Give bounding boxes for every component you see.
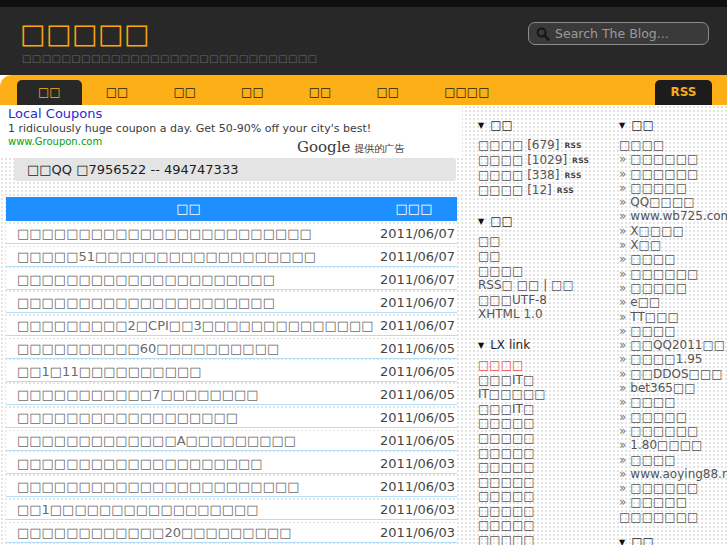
sidebar-link[interactable]: »□□□□ bbox=[619, 395, 727, 409]
table-row[interactable]: □□□□□□□□□□□□□□□□□□2011/06/05 bbox=[6, 408, 457, 428]
row-title-link[interactable]: □□□□□□□□□□□□□□□□□□□□□ bbox=[6, 293, 374, 312]
nav-item-5[interactable]: □□ bbox=[288, 80, 353, 105]
table-row[interactable]: □□□□□□□□□2□CPI□□3□□□□□□□□□□□□□□□2011/06/… bbox=[6, 316, 457, 336]
sidebar-link[interactable]: »X□□□□ bbox=[619, 224, 727, 238]
sidebar-link[interactable]: □□□□□ bbox=[478, 533, 608, 545]
section-header[interactable]: ▼□□ bbox=[478, 214, 608, 229]
row-title-link[interactable]: □□□□□□□□□□□□□□□□□□□□□□□□ bbox=[6, 224, 374, 243]
sidebar-link[interactable]: □□□□ [679]RSS bbox=[478, 138, 608, 153]
row-title-link[interactable]: □□□□□□□□□□□□□□□□□□□□□□□ bbox=[6, 477, 374, 496]
sidebar-link[interactable]: □□□□□ bbox=[478, 504, 608, 519]
sidebar-link[interactable]: □□□□□ bbox=[478, 518, 608, 533]
sidebar-link[interactable]: »X□□ bbox=[619, 238, 727, 252]
table-row[interactable]: □□1□□□□□□□□□□□□□□□□□2011/06/03 bbox=[6, 500, 457, 520]
section-header[interactable]: ▼LX link bbox=[478, 338, 608, 353]
nav-item-3[interactable]: □□ bbox=[152, 80, 217, 105]
sidebar-link[interactable]: □□□□ [338]RSS bbox=[478, 168, 608, 183]
sidebar-link[interactable]: □□□□□ bbox=[478, 446, 608, 461]
row-title-link[interactable]: □□□□□□□□□□□□□□□□□□□□ bbox=[6, 454, 374, 473]
sidebar-link[interactable]: »□□DDOS□□□ bbox=[619, 367, 727, 381]
triangle-down-icon: ▼ bbox=[478, 121, 484, 130]
section-header[interactable]: ▼□□ bbox=[619, 118, 727, 133]
sidebar-link[interactable]: »□□□□ bbox=[619, 324, 727, 338]
row-title-link[interactable]: □□□□□□□□□□□7□□□□□□□□ bbox=[6, 385, 374, 404]
table-row[interactable]: □□1□11□□□□□□□□□□2011/06/05 bbox=[6, 362, 457, 382]
sidebar-link[interactable]: □□□□ bbox=[619, 138, 727, 152]
search-input[interactable] bbox=[555, 26, 711, 41]
sidebar-link[interactable]: □□□IT□ bbox=[478, 373, 608, 388]
sidebar-link[interactable]: □□□□ [12]RSS bbox=[478, 183, 608, 198]
sidebar-link[interactable]: »e□□ bbox=[619, 295, 727, 309]
search-box[interactable] bbox=[528, 22, 709, 45]
row-title-link[interactable]: □□1□11□□□□□□□□□□ bbox=[6, 362, 374, 381]
nav-item-6[interactable]: □□ bbox=[355, 80, 420, 105]
sidebar-link[interactable]: »□□□□ bbox=[619, 252, 727, 266]
sidebar-link[interactable]: □□□□□□□ bbox=[619, 510, 727, 524]
sidebar-link[interactable]: □□□□□ bbox=[478, 416, 608, 431]
sidebar-link[interactable]: »□□□□ bbox=[619, 453, 727, 467]
sidebar-link[interactable]: □□□□ bbox=[478, 264, 608, 279]
row-title-link[interactable]: □□□□□□□□□□□□20□□□□□□□□□ bbox=[6, 523, 374, 542]
table-row[interactable]: □□□□□□□□□□□7□□□□□□□□2011/06/05 bbox=[6, 385, 457, 405]
sidebar-link[interactable]: □□□UTF-8 bbox=[478, 293, 608, 308]
sidebar-link[interactable]: □□□□□ bbox=[478, 431, 608, 446]
table-row[interactable]: □□□□□□□□□□□□□□□□□□□□□2011/06/07 bbox=[6, 270, 457, 290]
sidebar-link[interactable]: »□□□□□□ bbox=[619, 267, 727, 281]
ad-url-link[interactable]: www.Groupon.com bbox=[8, 136, 102, 147]
sidebar-link[interactable]: □□□□□ bbox=[478, 475, 608, 490]
sidebar-link[interactable]: □□□□ bbox=[478, 358, 608, 373]
table-row[interactable]: □□□□□□□□□□□□□□□□□□□□2011/06/03 bbox=[6, 454, 457, 474]
link-label: □□□□□ bbox=[630, 181, 687, 195]
table-row[interactable]: □□□□□□□□□□□□□□□□□□□□□□□2011/06/03 bbox=[6, 477, 457, 497]
sidebar-link[interactable]: »QQ□□□□ bbox=[619, 195, 727, 209]
sidebar-link[interactable]: »□□□□□ bbox=[619, 495, 727, 509]
sidebar-link[interactable]: IT□□□□□ bbox=[478, 387, 608, 402]
sidebar-link[interactable]: »□□□□□ bbox=[619, 181, 727, 195]
row-title-link[interactable]: □□□□□□□□□2□CPI□□3□□□□□□□□□□□□□□□ bbox=[6, 316, 374, 335]
row-title-link[interactable]: □□□□□□□□□□□□□□□□□□□□□ bbox=[6, 270, 374, 289]
table-row[interactable]: □□□□□□□□□□□□20□□□□□□□□□2011/06/03 bbox=[6, 523, 457, 543]
row-title-link[interactable]: □□□□□□□□□□□□□A□□□□□□□□□ bbox=[6, 431, 374, 450]
table-row[interactable]: □□□□□□□□□□60□□□□□□□□□□2011/06/05 bbox=[6, 339, 457, 359]
sidebar-link[interactable]: RSS□ □□ | □□ bbox=[478, 278, 608, 293]
sidebar-link[interactable]: »□□□□□ bbox=[619, 410, 727, 424]
sidebar-link[interactable]: □□ bbox=[478, 234, 608, 249]
row-title-link[interactable]: □□□□□51□□□□□□□□□□□□□□□□□□ bbox=[6, 247, 374, 266]
sidebar-link[interactable]: »□□□□□□ bbox=[619, 424, 727, 438]
row-title-link[interactable]: □□□□□□□□□□□□□□□□□□ bbox=[6, 408, 374, 427]
sidebar-link[interactable]: »bet365□□ bbox=[619, 381, 727, 395]
table-row[interactable]: □□□□□□□□□□□□□□□□□□□□□□□□2011/06/07 bbox=[6, 224, 457, 244]
sidebar-link[interactable]: »□□□□□ bbox=[619, 281, 727, 295]
sidebar-link[interactable]: »www.aoying88.net bbox=[619, 467, 727, 481]
row-title-link[interactable]: □□□□□□□□□□60□□□□□□□□□□ bbox=[6, 339, 374, 358]
sidebar-link[interactable]: □□ bbox=[478, 249, 608, 264]
sidebar-link[interactable]: »□□□□□□ bbox=[619, 152, 727, 166]
row-title-link[interactable]: □□1□□□□□□□□□□□□□□□□□ bbox=[6, 500, 374, 519]
sidebar-link[interactable]: »1.80□□□□ bbox=[619, 438, 727, 452]
row-date: 2011/06/05 bbox=[374, 385, 457, 404]
sidebar-link[interactable]: □□□IT□ bbox=[478, 402, 608, 417]
sidebar-link[interactable]: »□□QQ2011□□ bbox=[619, 338, 727, 352]
nav-item-1[interactable]: □□ bbox=[17, 80, 82, 105]
rss-tab[interactable]: RSS bbox=[655, 80, 712, 105]
ad-headline-link[interactable]: Local Coupons bbox=[8, 106, 102, 121]
section-header[interactable]: ▼□□ bbox=[619, 535, 727, 545]
triangle-down-icon: ▼ bbox=[478, 217, 484, 226]
rss-badge: RSS bbox=[557, 186, 574, 195]
table-row[interactable]: □□□□□□□□□□□□□A□□□□□□□□□2011/06/05 bbox=[6, 431, 457, 451]
sidebar-link[interactable]: □□□□□ bbox=[478, 489, 608, 504]
sidebar-link[interactable]: »□□□□□□ bbox=[619, 481, 727, 495]
sidebar-link[interactable]: □□□□ [1029]RSS bbox=[478, 153, 608, 168]
table-row[interactable]: □□□□□□□□□□□□□□□□□□□□□2011/06/07 bbox=[6, 293, 457, 313]
nav-item-2[interactable]: □□ bbox=[85, 80, 150, 105]
sidebar-link[interactable]: XHTML 1.0 bbox=[478, 307, 608, 322]
sidebar-link[interactable]: □□□□□ bbox=[478, 460, 608, 475]
table-row[interactable]: □□□□□51□□□□□□□□□□□□□□□□□□2011/06/07 bbox=[6, 247, 457, 267]
sidebar-link[interactable]: »□□□□1.95 bbox=[619, 352, 727, 366]
nav-item-7[interactable]: □□□□ bbox=[423, 80, 510, 105]
nav-item-4[interactable]: □□ bbox=[220, 80, 285, 105]
sidebar-link[interactable]: »□□□□□□ bbox=[619, 167, 727, 181]
section-header[interactable]: ▼□□ bbox=[478, 118, 608, 133]
sidebar-link[interactable]: »www.wb725.com bbox=[619, 209, 727, 223]
sidebar-link[interactable]: »TT□□□ bbox=[619, 310, 727, 324]
